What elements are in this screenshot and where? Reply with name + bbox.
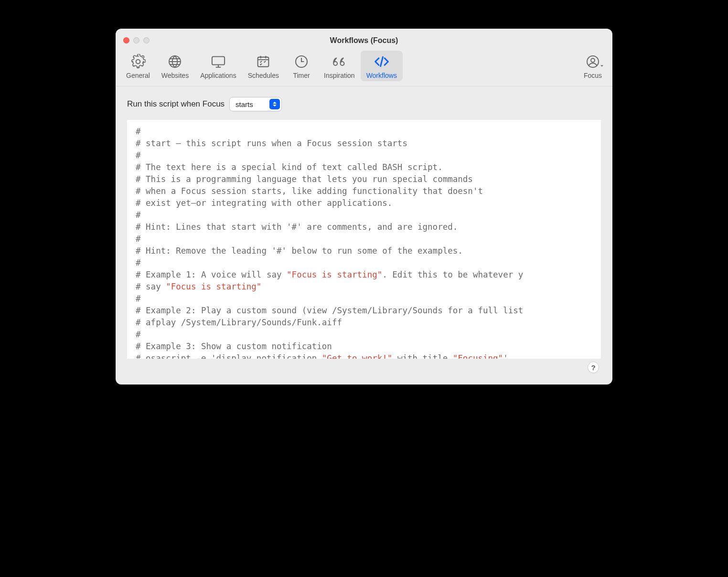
script-line: # afplay /System/Library/Sounds/Funk.aif… xyxy=(136,317,601,329)
script-line: # This is a programming language that le… xyxy=(136,173,601,185)
person-circle-icon xyxy=(585,53,601,70)
gear-icon xyxy=(130,53,146,70)
preferences-window: Workflows (Focus) General xyxy=(116,29,612,385)
script-line: # xyxy=(136,293,601,305)
script-line: # Example 2: Play a custom sound (view /… xyxy=(136,305,601,317)
calendar-icon xyxy=(255,53,271,70)
svg-point-6 xyxy=(591,58,595,62)
script-line: # Hint: Remove the leading '#' below to … xyxy=(136,245,601,257)
tab-applications[interactable]: Applications xyxy=(194,51,242,81)
tab-timer[interactable]: Timer xyxy=(285,51,318,81)
display-icon xyxy=(210,53,226,70)
script-line: # xyxy=(136,257,601,269)
tab-label: Workflows xyxy=(366,72,397,79)
tab-label: Applications xyxy=(200,72,236,79)
svg-rect-3 xyxy=(258,57,269,67)
account-menu[interactable]: Focus xyxy=(578,51,608,81)
script-line: # when a Focus session starts, like addi… xyxy=(136,185,601,197)
script-line: # exist yet—or integrating with other ap… xyxy=(136,197,601,209)
tab-general[interactable]: General xyxy=(120,51,156,81)
globe-icon xyxy=(167,53,183,70)
code-icon xyxy=(374,53,390,70)
svg-point-0 xyxy=(136,60,140,64)
minimize-window-button xyxy=(133,37,139,43)
content-area: Run this script when Focus starts ## sta… xyxy=(116,86,612,385)
script-line: # xyxy=(136,126,601,138)
script-line: # osascript -e 'display notification "Ge… xyxy=(136,353,601,359)
script-line: # start — this script runs when a Focus … xyxy=(136,138,601,150)
tab-workflows[interactable]: Workflows xyxy=(361,51,403,81)
preferences-toolbar: General Websites Applications xyxy=(116,49,612,86)
tab-label: Inspiration xyxy=(324,72,355,79)
titlebar: Workflows (Focus) xyxy=(116,29,612,49)
tab-schedules[interactable]: Schedules xyxy=(242,51,285,81)
script-line: # xyxy=(136,209,601,221)
account-label: Focus xyxy=(584,72,602,79)
tab-websites[interactable]: Websites xyxy=(156,51,194,81)
help-row: ? xyxy=(127,359,601,376)
select-value: starts xyxy=(236,100,269,108)
tab-inspiration[interactable]: Inspiration xyxy=(318,51,361,81)
close-window-button[interactable] xyxy=(123,37,129,43)
tab-label: General xyxy=(126,72,150,79)
script-line: # The text here is a special kind of tex… xyxy=(136,161,601,173)
help-button[interactable]: ? xyxy=(588,362,599,373)
script-line: # Example 1: A voice will say "Focus is … xyxy=(136,269,601,281)
window-controls xyxy=(123,37,150,43)
script-line: # xyxy=(136,150,601,161)
tab-label: Timer xyxy=(293,72,310,79)
trigger-select[interactable]: starts xyxy=(229,97,282,111)
quotes-icon xyxy=(331,53,347,70)
clock-icon xyxy=(293,53,310,70)
script-line: # xyxy=(136,233,601,245)
tab-label: Websites xyxy=(161,72,189,79)
script-editor[interactable]: ## start — this script runs when a Focus… xyxy=(127,120,601,359)
script-line: # Hint: Lines that start with '#' are co… xyxy=(136,221,601,233)
tab-label: Schedules xyxy=(248,72,279,79)
run-script-label: Run this script when Focus xyxy=(127,99,225,109)
script-line: # say "Focus is starting" xyxy=(136,281,601,293)
help-glyph: ? xyxy=(591,363,595,372)
window-title: Workflows (Focus) xyxy=(122,33,606,49)
chevron-updown-icon xyxy=(269,99,280,109)
trigger-row: Run this script when Focus starts xyxy=(127,97,601,111)
svg-rect-2 xyxy=(212,57,225,65)
script-line: # xyxy=(136,329,601,341)
zoom-window-button xyxy=(143,37,150,43)
script-line: # Example 3: Show a custom notification xyxy=(136,341,601,353)
